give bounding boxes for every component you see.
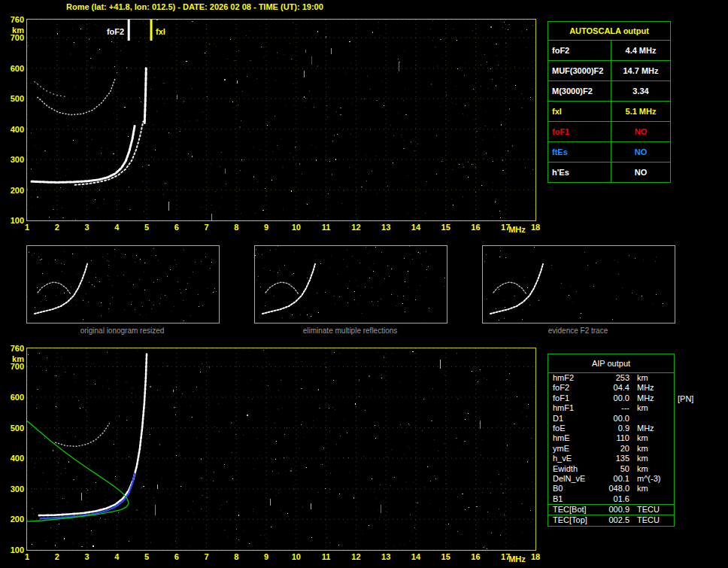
aip-row-Ewidth: Ewidth50km [548, 464, 674, 474]
x-tick-label: 11 [318, 223, 335, 232]
aip-value: 002.5 [598, 515, 629, 525]
x-tick-label: 11 [318, 552, 335, 561]
autoscala-value: NO [611, 163, 670, 182]
y-tick-label: 500 [3, 424, 24, 433]
autoscala-param: fxl [548, 102, 611, 121]
ionogram-top-canvas: foF2fxl [27, 20, 535, 220]
x-tick-label: 12 [347, 552, 364, 561]
y-tick-label: 300 [3, 484, 24, 494]
autoscala-row-ftEs: ftEsNO [548, 142, 670, 163]
aip-unit: TECU [629, 515, 660, 525]
autoscala-row-foF1: foF1NO [548, 122, 670, 142]
x-tick-label: 6 [168, 552, 185, 561]
aip-unit [629, 414, 637, 424]
thumbnail-eliminate-reflections [254, 245, 447, 323]
thumbnail-caption-evidence: evidence F2 trace [482, 327, 674, 335]
aip-param: foF1 [548, 393, 598, 403]
x-tick-label: 9 [258, 552, 275, 561]
aip-unit: km [629, 433, 648, 443]
aip-value: 048.0 [598, 484, 629, 494]
autoscala-row-h'Es: h'EsNO [548, 163, 670, 182]
aip-unit: km [629, 454, 648, 463]
autoscala-value: 4.4 MHz [611, 41, 670, 60]
x-axis-unit: MHz [508, 554, 526, 563]
y-tick-label: 700 [3, 362, 24, 371]
aip-output-table: AIP output hmF2253kmfoF204.4MHzfoF100.0M… [548, 354, 675, 527]
aip-value: 00.0 [598, 414, 629, 424]
second-hop-trace [56, 424, 110, 446]
thumb-trace [35, 264, 87, 314]
aip-param: Ewidth [548, 464, 598, 474]
aip-value: 135 [598, 454, 629, 463]
autoscala-value: NO [611, 142, 670, 162]
thumbnail-original-ionogram [26, 245, 220, 323]
aip-value: 253 [598, 373, 629, 383]
aip-param: TEC[Bot] [548, 505, 598, 515]
thumbnail-caption-eliminate: eliminate multiple reflections [254, 327, 446, 335]
aip-table-rows: hmF2253kmfoF204.4MHzfoF100.0MHzhmF1---km… [548, 373, 674, 526]
autoscala-output-table: AUTOSCALA output foF24.4 MHzMUF(3000)F21… [548, 21, 671, 183]
aip-param: foE [548, 424, 598, 433]
x-tick-label: 3 [79, 552, 96, 561]
x-tick-label: 16 [467, 223, 484, 232]
aip-unit: km [629, 444, 648, 454]
autoscala-param: ftEs [548, 142, 611, 162]
autoscala-table-rows: foF24.4 MHzMUF(3000)F214.7 MHzM(3000)F23… [548, 41, 670, 182]
aip-value: 00.0 [598, 393, 629, 403]
y-tick-label: 500 [3, 94, 24, 103]
aip-row-TEC[Bot]: TEC[Bot]000.9TECU [548, 504, 674, 515]
x-tick-label: 4 [108, 223, 125, 232]
aip-unit: km [629, 464, 648, 474]
x-tick-label: 18 [527, 223, 544, 232]
marker-line-foF2 [128, 20, 130, 41]
aip-param: h_vE [548, 454, 598, 463]
x-tick-label: 14 [408, 223, 424, 232]
aip-value: 0.9 [598, 424, 629, 433]
y-tick-label: 200 [3, 186, 24, 195]
autoscala-row-foF2: foF24.4 MHz [548, 41, 670, 61]
autoscala-value: 5.1 MHz [611, 102, 670, 121]
thumb-trace [493, 282, 526, 294]
x-tick-label: 13 [378, 223, 394, 232]
thumb-2-canvas [483, 246, 673, 321]
aip-param: foF2 [548, 383, 598, 393]
thumb-trace [490, 264, 543, 314]
thumb-0-canvas [27, 246, 217, 321]
aip-unit: MHz [629, 383, 654, 393]
aip-value: 50 [598, 464, 629, 474]
autoscala-row-fxl: fxl5.1 MHz [548, 102, 670, 122]
y-tick-label: 300 [3, 155, 24, 164]
x-axis-unit: MHz [508, 225, 526, 234]
aip-row-hmE: hmE110km [548, 433, 674, 443]
second-hop-trace-2 [35, 82, 68, 97]
y-tick-label: 760 [3, 344, 24, 353]
x-tick-label: 13 [378, 552, 394, 561]
aip-unit: km [629, 484, 648, 494]
aip-value: 20 [598, 444, 629, 454]
x-tick-label: 15 [438, 223, 454, 232]
autoscala-row-M(3000)F2: M(3000)F23.34 [548, 81, 670, 102]
aip-unit [629, 494, 637, 504]
autoscala-value: 14.7 MHz [611, 61, 670, 80]
x-tick-label: 4 [108, 552, 125, 561]
x-tick-label: 5 [138, 552, 155, 561]
autoscala-param: foF1 [548, 122, 611, 141]
aip-row-h_vE: h_vE135km [548, 454, 674, 463]
thumb-trace [262, 264, 315, 314]
aip-param: B0 [548, 484, 598, 494]
aip-row-hmF1: hmF1---km [548, 403, 674, 413]
x-tick-label: 6 [168, 223, 185, 232]
x-tick-label: 8 [228, 223, 244, 232]
autoscala-param: foF2 [548, 41, 611, 60]
aip-row-DelN_vE: DelN_vE00.1m^(-3) [548, 474, 674, 484]
window-title: Rome (lat: +41.8, lon: 012.5) - DATE: 20… [66, 2, 323, 11]
marker-label-fxl: fxl [156, 27, 165, 36]
x-tick-label: 16 [467, 552, 484, 561]
marker-line-fxl [150, 20, 153, 41]
aip-row-B1: B101.6 [548, 494, 674, 504]
autoscala-value: NO [611, 122, 670, 141]
y-tick-label: 400 [3, 454, 24, 463]
aip-value: 000.9 [598, 505, 629, 515]
aip-unit: MHz [629, 424, 654, 433]
aip-param: hmF1 [548, 403, 598, 413]
